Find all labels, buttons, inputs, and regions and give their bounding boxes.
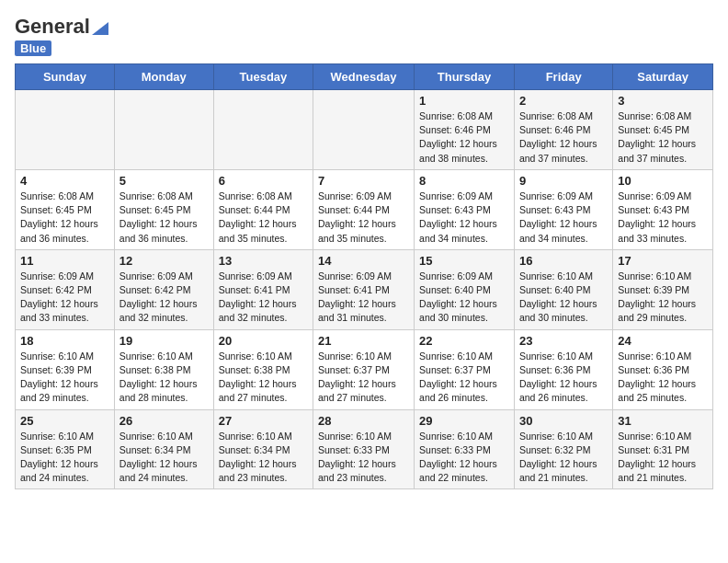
day-info: Sunrise: 6:09 AM Sunset: 6:43 PM Dayligh… bbox=[519, 190, 608, 246]
day-info: Sunrise: 6:10 AM Sunset: 6:38 PM Dayligh… bbox=[219, 350, 308, 406]
calendar-cell: 15Sunrise: 6:09 AM Sunset: 6:40 PM Dayli… bbox=[415, 249, 515, 329]
day-info: Sunrise: 6:08 AM Sunset: 6:45 PM Dayligh… bbox=[20, 190, 109, 246]
calendar-cell bbox=[114, 90, 213, 170]
day-info: Sunrise: 6:09 AM Sunset: 6:43 PM Dayligh… bbox=[618, 190, 708, 246]
day-number: 12 bbox=[119, 254, 209, 268]
calendar-cell: 30Sunrise: 6:10 AM Sunset: 6:32 PM Dayli… bbox=[514, 409, 612, 489]
day-info: Sunrise: 6:10 AM Sunset: 6:32 PM Dayligh… bbox=[519, 430, 608, 486]
calendar-cell: 21Sunrise: 6:10 AM Sunset: 6:37 PM Dayli… bbox=[313, 329, 415, 409]
calendar-table: SundayMondayTuesdayWednesdayThursdayFrid… bbox=[15, 63, 713, 489]
day-number: 15 bbox=[419, 254, 509, 268]
day-info: Sunrise: 6:08 AM Sunset: 6:45 PM Dayligh… bbox=[618, 109, 708, 166]
day-number: 14 bbox=[318, 254, 409, 268]
day-number: 28 bbox=[318, 414, 409, 428]
day-info: Sunrise: 6:10 AM Sunset: 6:37 PM Dayligh… bbox=[419, 350, 509, 406]
day-info: Sunrise: 6:09 AM Sunset: 6:40 PM Dayligh… bbox=[419, 270, 509, 326]
day-number: 20 bbox=[219, 334, 308, 348]
day-number: 7 bbox=[318, 174, 409, 188]
calendar-cell: 29Sunrise: 6:10 AM Sunset: 6:33 PM Dayli… bbox=[415, 409, 515, 489]
day-info: Sunrise: 6:10 AM Sunset: 6:36 PM Dayligh… bbox=[519, 350, 608, 406]
day-number: 22 bbox=[419, 334, 509, 348]
day-of-week-header: Friday bbox=[514, 64, 612, 90]
day-info: Sunrise: 6:08 AM Sunset: 6:46 PM Dayligh… bbox=[419, 109, 509, 166]
calendar-cell: 3Sunrise: 6:08 AM Sunset: 6:45 PM Daylig… bbox=[613, 90, 713, 170]
day-info: Sunrise: 6:10 AM Sunset: 6:31 PM Dayligh… bbox=[618, 430, 708, 486]
day-info: Sunrise: 6:08 AM Sunset: 6:46 PM Dayligh… bbox=[519, 109, 608, 166]
calendar-week-row: 25Sunrise: 6:10 AM Sunset: 6:35 PM Dayli… bbox=[16, 409, 713, 489]
calendar-cell: 10Sunrise: 6:09 AM Sunset: 6:43 PM Dayli… bbox=[613, 169, 713, 249]
day-number: 25 bbox=[20, 414, 109, 428]
calendar-cell bbox=[313, 90, 415, 170]
day-number: 26 bbox=[119, 414, 209, 428]
calendar-cell: 12Sunrise: 6:09 AM Sunset: 6:42 PM Dayli… bbox=[114, 249, 213, 329]
day-of-week-header: Monday bbox=[114, 64, 213, 90]
calendar-cell: 24Sunrise: 6:10 AM Sunset: 6:36 PM Dayli… bbox=[613, 329, 713, 409]
day-info: Sunrise: 6:09 AM Sunset: 6:42 PM Dayligh… bbox=[20, 270, 109, 326]
calendar-cell: 7Sunrise: 6:09 AM Sunset: 6:44 PM Daylig… bbox=[313, 169, 415, 249]
day-number: 3 bbox=[618, 94, 708, 108]
calendar-cell bbox=[213, 90, 313, 170]
calendar-cell: 9Sunrise: 6:09 AM Sunset: 6:43 PM Daylig… bbox=[514, 169, 612, 249]
logo-general-text: General bbox=[15, 15, 90, 39]
day-number: 17 bbox=[618, 254, 708, 268]
day-info: Sunrise: 6:10 AM Sunset: 6:34 PM Dayligh… bbox=[219, 430, 308, 486]
day-number: 16 bbox=[519, 254, 608, 268]
calendar-cell: 13Sunrise: 6:09 AM Sunset: 6:41 PM Dayli… bbox=[213, 249, 313, 329]
calendar-cell: 8Sunrise: 6:09 AM Sunset: 6:43 PM Daylig… bbox=[415, 169, 515, 249]
day-number: 6 bbox=[219, 174, 308, 188]
logo-icon bbox=[92, 15, 108, 35]
day-number: 31 bbox=[618, 414, 708, 428]
calendar-week-row: 18Sunrise: 6:10 AM Sunset: 6:39 PM Dayli… bbox=[16, 329, 713, 409]
calendar-cell: 6Sunrise: 6:08 AM Sunset: 6:44 PM Daylig… bbox=[213, 169, 313, 249]
calendar-cell: 31Sunrise: 6:10 AM Sunset: 6:31 PM Dayli… bbox=[613, 409, 713, 489]
calendar-cell: 19Sunrise: 6:10 AM Sunset: 6:38 PM Dayli… bbox=[114, 329, 213, 409]
calendar-cell: 5Sunrise: 6:08 AM Sunset: 6:45 PM Daylig… bbox=[114, 169, 213, 249]
day-of-week-header: Thursday bbox=[415, 64, 515, 90]
svg-marker-0 bbox=[92, 22, 108, 35]
day-number: 19 bbox=[119, 334, 209, 348]
day-number: 10 bbox=[618, 174, 708, 188]
day-info: Sunrise: 6:09 AM Sunset: 6:41 PM Dayligh… bbox=[219, 270, 308, 326]
calendar-cell: 26Sunrise: 6:10 AM Sunset: 6:34 PM Dayli… bbox=[114, 409, 213, 489]
calendar-cell: 20Sunrise: 6:10 AM Sunset: 6:38 PM Dayli… bbox=[213, 329, 313, 409]
day-info: Sunrise: 6:09 AM Sunset: 6:43 PM Dayligh… bbox=[419, 190, 509, 246]
day-number: 8 bbox=[419, 174, 509, 188]
day-number: 1 bbox=[419, 94, 509, 108]
calendar-week-row: 11Sunrise: 6:09 AM Sunset: 6:42 PM Dayli… bbox=[16, 249, 713, 329]
day-of-week-header: Tuesday bbox=[213, 64, 313, 90]
calendar-week-row: 1Sunrise: 6:08 AM Sunset: 6:46 PM Daylig… bbox=[16, 90, 713, 170]
calendar-cell: 22Sunrise: 6:10 AM Sunset: 6:37 PM Dayli… bbox=[415, 329, 515, 409]
day-number: 9 bbox=[519, 174, 608, 188]
calendar-cell: 17Sunrise: 6:10 AM Sunset: 6:39 PM Dayli… bbox=[613, 249, 713, 329]
calendar-cell: 18Sunrise: 6:10 AM Sunset: 6:39 PM Dayli… bbox=[16, 329, 115, 409]
calendar-week-row: 4Sunrise: 6:08 AM Sunset: 6:45 PM Daylig… bbox=[16, 169, 713, 249]
day-info: Sunrise: 6:10 AM Sunset: 6:39 PM Dayligh… bbox=[618, 270, 708, 326]
day-info: Sunrise: 6:10 AM Sunset: 6:39 PM Dayligh… bbox=[20, 350, 109, 406]
day-info: Sunrise: 6:10 AM Sunset: 6:33 PM Dayligh… bbox=[419, 430, 509, 486]
logo-wordmark: General bbox=[15, 15, 108, 39]
day-info: Sunrise: 6:10 AM Sunset: 6:36 PM Dayligh… bbox=[618, 350, 708, 406]
calendar-header: SundayMondayTuesdayWednesdayThursdayFrid… bbox=[16, 64, 713, 90]
page-header: General Blue bbox=[15, 15, 713, 56]
day-number: 18 bbox=[20, 334, 109, 348]
day-number: 4 bbox=[20, 174, 109, 188]
day-info: Sunrise: 6:09 AM Sunset: 6:42 PM Dayligh… bbox=[119, 270, 209, 326]
calendar-cell: 16Sunrise: 6:10 AM Sunset: 6:40 PM Dayli… bbox=[514, 249, 612, 329]
day-number: 13 bbox=[219, 254, 308, 268]
logo-blue-badge: Blue bbox=[15, 40, 51, 56]
calendar-cell: 11Sunrise: 6:09 AM Sunset: 6:42 PM Dayli… bbox=[16, 249, 115, 329]
day-of-week-header: Sunday bbox=[16, 64, 115, 90]
calendar-body: 1Sunrise: 6:08 AM Sunset: 6:46 PM Daylig… bbox=[16, 90, 713, 489]
day-number: 29 bbox=[419, 414, 509, 428]
calendar-cell: 23Sunrise: 6:10 AM Sunset: 6:36 PM Dayli… bbox=[514, 329, 612, 409]
calendar-cell: 2Sunrise: 6:08 AM Sunset: 6:46 PM Daylig… bbox=[514, 90, 612, 170]
calendar-cell: 27Sunrise: 6:10 AM Sunset: 6:34 PM Dayli… bbox=[213, 409, 313, 489]
day-info: Sunrise: 6:10 AM Sunset: 6:38 PM Dayligh… bbox=[119, 350, 209, 406]
logo: General Blue bbox=[15, 15, 108, 56]
day-info: Sunrise: 6:10 AM Sunset: 6:40 PM Dayligh… bbox=[519, 270, 608, 326]
calendar-cell: 1Sunrise: 6:08 AM Sunset: 6:46 PM Daylig… bbox=[415, 90, 515, 170]
day-number: 5 bbox=[119, 174, 209, 188]
day-info: Sunrise: 6:10 AM Sunset: 6:35 PM Dayligh… bbox=[20, 430, 109, 486]
day-info: Sunrise: 6:08 AM Sunset: 6:45 PM Dayligh… bbox=[119, 190, 209, 246]
calendar-cell: 14Sunrise: 6:09 AM Sunset: 6:41 PM Dayli… bbox=[313, 249, 415, 329]
